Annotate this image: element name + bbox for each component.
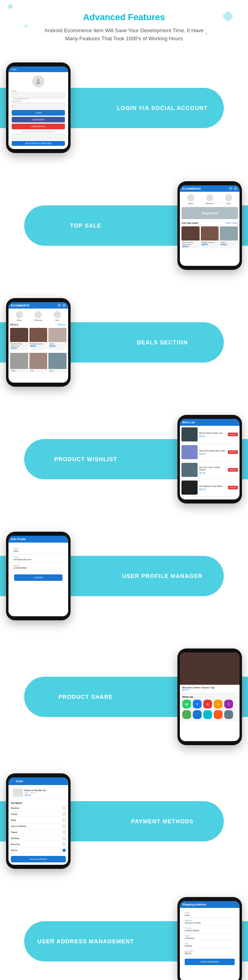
stripe-radio[interactable]: [63, 818, 66, 822]
facebook-login-button[interactable]: LOGIN WITH f: [12, 117, 65, 122]
payment-option-none-pay[interactable]: None Pay: [8, 841, 68, 847]
category-womens[interactable]: Womens: [206, 194, 214, 205]
paypal2-radio[interactable]: [63, 831, 66, 834]
share-dialog-title: Share via: [182, 696, 237, 698]
save-address-button[interactable]: SAVE ADDRESS: [185, 959, 235, 965]
product-card-1[interactable]: New Era Cotton Classic Cap $24.00: [181, 226, 200, 249]
payment-option-paypal[interactable]: Paypal: [8, 811, 68, 817]
payment-back-arrow[interactable]: ←: [11, 779, 14, 783]
payment-option-paypal2[interactable]: Paypal: [8, 829, 68, 835]
facebook-share-icon[interactable]: f: [193, 700, 202, 709]
feature-profile-content: Edit Profile Name User Email user@email.…: [0, 524, 248, 628]
wishlist-info-2: Multicolor Henley Neck Tshirt $18.00: [199, 450, 226, 455]
category-kids[interactable]: Kids: [225, 194, 232, 205]
password-field[interactable]: [12, 103, 65, 108]
feature-top-sale-label: TOP SALE: [0, 222, 171, 229]
share-icon-4[interactable]: S: [214, 700, 223, 709]
deals-product-2[interactable]: Straight long coat $89.00: [29, 328, 48, 350]
cod-radio[interactable]: [63, 825, 66, 828]
register-button[interactable]: REGISTER AS A NEW USER: [12, 141, 65, 146]
share-product-info: New Era Cotton Classic Cap $24.00: [180, 685, 240, 693]
deals-product-row-2: T-Shirt Coat Dress: [8, 352, 68, 373]
forgot-password-link[interactable]: I'VE FORGOTTEN MY PASSWORD?: [13, 131, 64, 133]
login-button[interactable]: LOGIN: [12, 110, 65, 116]
mens-icon: [187, 194, 194, 201]
paytm-radio[interactable]: [63, 849, 66, 852]
payment-option-braintree[interactable]: Braintree: [8, 805, 68, 811]
login-header-title: Login: [11, 68, 17, 70]
deals-product-3[interactable]: Jacket $65.00: [48, 328, 67, 350]
braintree-radio[interactable]: [63, 806, 66, 810]
product-price-3: $45.00: [221, 243, 237, 246]
order-item-img: [13, 789, 23, 797]
deals-cart-icon[interactable]: [63, 304, 66, 307]
share-apps-row-1: W f G S I: [182, 700, 237, 709]
deals-cat-womens[interactable]: Womens: [34, 311, 42, 321]
feature-deals-label: DEALS SECTION: [77, 339, 248, 346]
deals-img-4: [10, 353, 28, 369]
payment-option-cod[interactable]: Cash on Delivery: [8, 823, 68, 829]
feature-login-content: Login Email john@gmail.com Password: [0, 54, 248, 161]
paypal-radio[interactable]: [63, 812, 66, 816]
share-icon-8[interactable]: [203, 710, 212, 719]
cart-icon[interactable]: [234, 187, 237, 190]
razorpay-radio[interactable]: [63, 837, 66, 840]
deals-cat-mens[interactable]: Mens: [16, 311, 23, 321]
deals-img-6: [48, 353, 67, 369]
payment-option-razorpay[interactable]: Razorpay: [8, 835, 68, 841]
deals-product-5[interactable]: Coat: [29, 353, 48, 373]
deals-product-4[interactable]: T-Shirt: [10, 353, 28, 373]
wishlist-delete-3[interactable]: REMOVE: [228, 468, 238, 472]
none-pay-label: None Pay: [11, 843, 20, 845]
addr-city-value: Kalaka: [185, 945, 235, 947]
payment-option-stripe[interactable]: Stripe: [8, 817, 68, 823]
deals-search-icon[interactable]: [58, 304, 61, 307]
product-card-2[interactable]: Straight long coat $89.00: [201, 226, 219, 249]
none-pay-radio[interactable]: [63, 843, 66, 846]
search-icon[interactable]: [229, 187, 232, 190]
deals-name-6: Dress: [49, 370, 66, 372]
update-btn-label: UPDATE: [33, 576, 43, 579]
product-card-3[interactable]: Jacket $45.00: [220, 226, 238, 249]
feature-wishlist: PRODUCT WISHLIST Wish List Black Knitted…: [0, 403, 248, 516]
share-icon-6[interactable]: [182, 710, 191, 719]
deals-info-1: New Era Cotton Classic Cap $24.00: [10, 342, 28, 350]
share-icon-9[interactable]: [214, 710, 223, 719]
addr-street-value: Johnson street: [185, 922, 235, 924]
google-login-button[interactable]: LOGIN WITH G: [12, 124, 65, 129]
share-product-price: $24.00: [182, 689, 237, 691]
razorpay-label: Razorpay: [11, 837, 19, 839]
phone-profile: Edit Profile Name User Email user@email.…: [6, 532, 71, 620]
register-name-field[interactable]: [12, 134, 65, 139]
payment-option-paytm[interactable]: PayTm: [8, 847, 68, 854]
phone-share: New Era Cotton Classic Cap $24.00 Share …: [177, 648, 242, 745]
category-mens[interactable]: Mens: [187, 194, 194, 205]
page-title: Advanced Features: [8, 12, 240, 23]
feature-deals: ECOMMERCE Mens Womens: [0, 286, 248, 399]
share-icon-5[interactable]: I: [224, 700, 233, 709]
deals-cat-kids[interactable]: Kids: [54, 311, 61, 321]
share-icon-10[interactable]: [224, 710, 233, 719]
view-all-link[interactable]: MOST LIKED: [226, 222, 238, 224]
feature-address-text: USER ADDRESS MANAGEMENT: [38, 938, 134, 945]
product-img-1: [181, 226, 200, 240]
wishlist-delete-2[interactable]: REMOVE: [228, 450, 238, 454]
deals-info-5: Coat: [29, 369, 48, 373]
deals-view-all[interactable]: VIEW ALL: [57, 323, 67, 326]
wishlist-delete-1[interactable]: REMOVE: [228, 433, 238, 436]
deals-product-6[interactable]: Dress: [48, 353, 67, 373]
login-logo-circle: [32, 75, 44, 87]
update-profile-button[interactable]: UPDATE: [14, 574, 63, 581]
gmail-share-icon[interactable]: G: [203, 700, 212, 709]
deals-img-5: [29, 353, 48, 369]
place-order-button[interactable]: PLACE ORDER: [11, 856, 66, 862]
deals-product-1[interactable]: New Era Cotton Classic Cap $24.00: [10, 328, 28, 350]
feature-wishlist-text: PRODUCT WISHLIST: [54, 456, 117, 462]
email-field[interactable]: john@gmail.com: [12, 93, 65, 98]
share-icon-7[interactable]: [193, 710, 202, 719]
register-btn-label: REGISTER AS A NEW USER: [25, 142, 52, 145]
wishlist-delete-4[interactable]: REMOVE: [228, 486, 238, 489]
wishlist-item-4: Ultra Military Smart Watch $55.00 REMOVE: [180, 479, 240, 497]
whatsapp-share-icon[interactable]: W: [182, 700, 191, 709]
top-sale-section-title: TOP SELLERS: [181, 222, 198, 224]
